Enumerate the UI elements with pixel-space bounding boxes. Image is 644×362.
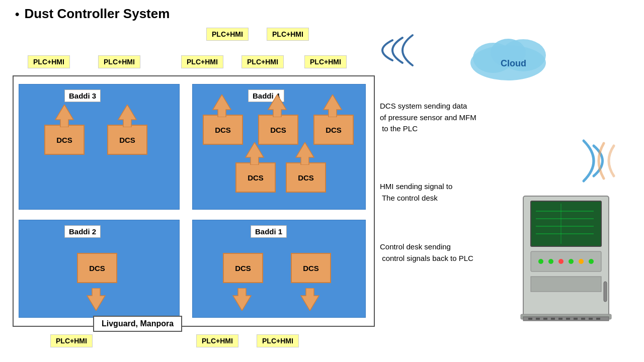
dcs-baddi4-3: DCS bbox=[313, 115, 354, 145]
dcs-baddi2-1: DCS bbox=[77, 253, 117, 283]
bullet-point: • bbox=[15, 7, 19, 21]
svg-rect-38 bbox=[566, 318, 570, 320]
svg-rect-35 bbox=[543, 318, 547, 320]
svg-rect-30 bbox=[604, 282, 607, 302]
cloud-icon: Cloud bbox=[463, 25, 553, 80]
svg-rect-39 bbox=[574, 318, 578, 320]
dcs-baddi4-1: DCS bbox=[203, 115, 243, 145]
plc-hmi-7: PLC+HMI bbox=[304, 55, 347, 68]
svg-marker-3 bbox=[268, 95, 286, 117]
svg-point-27 bbox=[579, 259, 584, 264]
svg-marker-8 bbox=[233, 288, 251, 311]
plc-hmi-3: PLC+HMI bbox=[28, 55, 70, 68]
wifi-arcs-right bbox=[579, 136, 639, 186]
info-text-3: Control desk sending control signals bac… bbox=[380, 241, 521, 264]
svg-rect-33 bbox=[528, 318, 532, 320]
title-area: • Dust Controller System bbox=[15, 6, 170, 22]
svg-point-28 bbox=[589, 259, 594, 264]
dcs-baddi1-2: DCS bbox=[291, 253, 331, 283]
dcs-baddi4-2: DCS bbox=[258, 115, 298, 145]
svg-point-24 bbox=[548, 259, 553, 264]
svg-rect-16 bbox=[531, 201, 601, 246]
arrow-up-baddi4-3 bbox=[323, 95, 343, 117]
svg-text:Cloud: Cloud bbox=[501, 58, 526, 68]
baddi3-label: Baddi 3 bbox=[64, 89, 101, 102]
plc-hmi-4: PLC+HMI bbox=[98, 55, 140, 68]
dcs-baddi1-1: DCS bbox=[223, 253, 263, 283]
svg-rect-37 bbox=[558, 318, 562, 320]
plc-hmi-10: PLC+HMI bbox=[257, 334, 299, 347]
info-text-1: DCS system sending dataof pressure senso… bbox=[380, 101, 521, 135]
svg-point-23 bbox=[538, 259, 543, 264]
plc-hmi-8: PLC+HMI bbox=[50, 334, 93, 347]
plc-hmi-5: PLC+HMI bbox=[181, 55, 223, 68]
svg-rect-41 bbox=[589, 318, 593, 320]
plc-hmi-2: PLC+HMI bbox=[267, 28, 309, 41]
page-title: Dust Controller System bbox=[24, 6, 170, 22]
wifi-arcs-left bbox=[377, 30, 428, 70]
svg-marker-1 bbox=[118, 105, 136, 127]
svg-marker-5 bbox=[246, 142, 264, 165]
svg-marker-2 bbox=[213, 95, 231, 117]
svg-rect-40 bbox=[581, 318, 585, 320]
baddi2-label: Baddi 2 bbox=[64, 225, 101, 238]
info-text-2: HMI sending signal to The control desk bbox=[380, 181, 521, 204]
arrow-down-baddi1-2 bbox=[300, 288, 320, 311]
arrow-down-baddi1-1 bbox=[232, 288, 252, 311]
baddi3-section: Baddi 3 DCS DCS bbox=[19, 84, 180, 210]
baddi2-section: Baddi 2 DCS bbox=[19, 220, 180, 318]
arrow-up-baddi4-5 bbox=[295, 142, 315, 165]
baddi1-section: Baddi 1 DCS DCS bbox=[192, 220, 366, 318]
dcs-baddi4-4: DCS bbox=[235, 162, 276, 193]
arrow-up-baddi4-2 bbox=[267, 95, 287, 117]
svg-marker-9 bbox=[301, 288, 319, 311]
arrow-up-baddi3-1 bbox=[54, 105, 74, 127]
control-desk-image bbox=[513, 191, 619, 327]
svg-rect-36 bbox=[551, 318, 555, 320]
svg-rect-29 bbox=[531, 277, 601, 292]
baddi1-label: Baddi 1 bbox=[251, 225, 287, 238]
plc-hmi-9: PLC+HMI bbox=[196, 334, 238, 347]
main-border: Baddi 3 DCS DCS Baddi 4 DCS DCS DCS D bbox=[13, 75, 375, 327]
arrow-up-baddi3-2 bbox=[117, 105, 137, 127]
bottom-label: Livguard, Manpora bbox=[93, 316, 182, 332]
arrow-up-baddi4-1 bbox=[212, 95, 232, 117]
svg-marker-0 bbox=[55, 105, 73, 127]
svg-marker-7 bbox=[87, 288, 105, 311]
svg-marker-4 bbox=[324, 95, 342, 117]
svg-rect-42 bbox=[596, 318, 600, 320]
plc-hmi-1: PLC+HMI bbox=[206, 28, 249, 41]
svg-marker-6 bbox=[296, 142, 314, 165]
plc-hmi-6: PLC+HMI bbox=[242, 55, 284, 68]
dcs-baddi4-5: DCS bbox=[286, 162, 326, 193]
svg-rect-34 bbox=[536, 318, 540, 320]
dcs-baddi3-2: DCS bbox=[107, 125, 147, 155]
dcs-baddi3-1: DCS bbox=[44, 125, 85, 155]
svg-point-25 bbox=[558, 259, 564, 264]
baddi4-section: Baddi 4 DCS DCS DCS DCS DCS bbox=[192, 84, 366, 210]
arrow-down-baddi2-1 bbox=[86, 288, 106, 311]
svg-point-26 bbox=[569, 259, 574, 264]
arrow-up-baddi4-4 bbox=[245, 142, 265, 165]
